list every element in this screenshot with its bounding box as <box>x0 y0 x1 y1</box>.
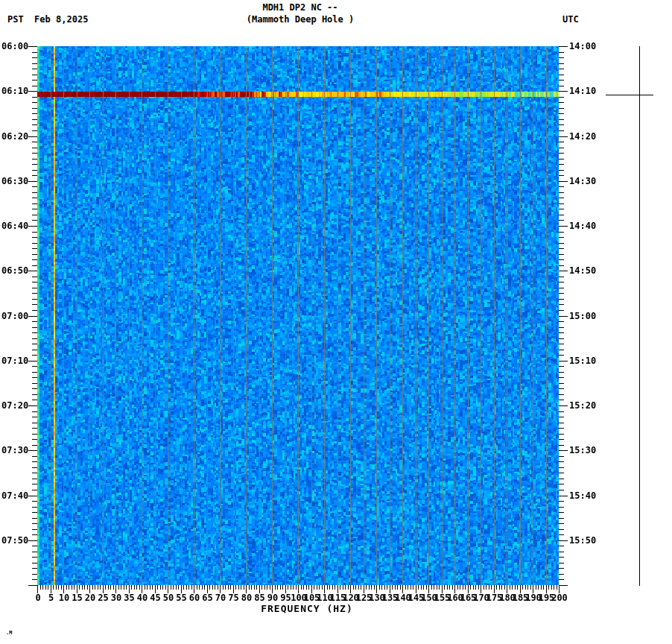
spectrogram-canvas <box>37 46 559 585</box>
right-time-minor-tick <box>559 142 564 142</box>
freq-minor-tick <box>496 585 497 590</box>
right-time-label: 15:40 <box>569 491 596 500</box>
left-time-major-tick <box>28 271 37 271</box>
left-time-minor-tick <box>32 243 37 244</box>
right-time-minor-tick <box>559 332 564 333</box>
right-time-minor-tick <box>559 490 564 490</box>
freq-label: 90 <box>258 593 288 602</box>
freq-minor-tick <box>251 585 252 590</box>
right-time-minor-tick <box>559 383 564 384</box>
freq-major-tick <box>129 585 130 593</box>
freq-minor-tick <box>491 585 492 590</box>
right-time-minor-tick <box>559 507 564 508</box>
left-time-minor-tick <box>32 523 37 524</box>
freq-minor-tick <box>486 585 486 590</box>
freq-minor-tick <box>353 585 354 590</box>
right-time-minor-tick <box>559 108 564 109</box>
left-time-minor-tick <box>32 124 37 125</box>
freq-minor-tick <box>444 585 445 590</box>
freq-minor-tick <box>150 585 150 590</box>
freq-minor-tick <box>95 585 95 590</box>
right-time-minor-tick <box>559 456 564 457</box>
left-time-minor-tick <box>32 484 37 484</box>
freq-minor-tick <box>527 585 528 590</box>
freq-minor-tick <box>84 585 85 590</box>
seismogram-trace <box>639 46 640 586</box>
left-time-minor-tick <box>32 568 37 569</box>
right-time-minor-tick <box>559 428 564 429</box>
right-time-minor-tick <box>559 461 564 462</box>
freq-major-tick <box>402 585 403 593</box>
freq-minor-tick <box>340 585 340 590</box>
right-time-minor-tick <box>559 102 564 103</box>
freq-minor-tick <box>92 585 93 590</box>
right-time-label: 15:50 <box>569 536 596 545</box>
freq-minor-tick <box>465 585 466 590</box>
freq-minor-tick <box>100 585 101 590</box>
freq-minor-tick <box>437 585 437 590</box>
right-time-minor-tick <box>559 220 564 221</box>
freq-minor-tick <box>319 585 320 590</box>
corner-mark: .M <box>6 630 12 636</box>
freq-major-tick <box>468 585 469 593</box>
left-time-minor-tick <box>32 153 37 154</box>
right-time-label: 14:30 <box>569 177 596 186</box>
freq-label: 15 <box>63 593 92 602</box>
left-time-label: 07:20 <box>1 401 27 410</box>
freq-major-tick <box>533 585 533 593</box>
freq-minor-tick <box>306 585 307 590</box>
right-time-minor-tick <box>559 546 564 546</box>
freq-minor-tick <box>457 585 458 590</box>
left-time-minor-tick <box>32 518 37 519</box>
freq-minor-tick <box>254 585 255 590</box>
freq-major-tick <box>520 585 521 593</box>
right-time-minor-tick <box>559 512 564 513</box>
right-time-minor-tick <box>559 523 564 524</box>
freq-label: 45 <box>141 593 171 602</box>
right-time-minor-tick <box>559 243 564 244</box>
right-time-minor-tick <box>559 445 564 446</box>
left-time-minor-tick <box>32 552 37 552</box>
freq-minor-tick <box>439 585 440 590</box>
freq-minor-tick <box>225 585 226 590</box>
freq-minor-tick <box>48 585 48 590</box>
right-time-minor-tick <box>559 557 564 558</box>
freq-minor-tick <box>199 585 200 590</box>
right-time-minor-tick <box>559 350 564 350</box>
freq-minor-tick <box>447 585 448 590</box>
left-time-minor-tick <box>32 102 37 103</box>
freq-major-tick <box>390 585 390 593</box>
freq-label: 60 <box>180 593 209 602</box>
freq-minor-tick <box>379 585 380 590</box>
right-time-minor-tick <box>559 265 564 266</box>
left-time-major-tick <box>28 496 37 496</box>
freq-major-tick <box>181 585 182 593</box>
freq-label: 100 <box>284 593 314 602</box>
freq-minor-tick <box>275 585 276 590</box>
left-time-minor-tick <box>32 148 37 148</box>
freq-minor-tick <box>82 585 83 590</box>
freq-minor-tick <box>460 585 460 590</box>
right-time-minor-tick <box>559 366 564 367</box>
freq-minor-tick <box>61 585 62 590</box>
station-title: MDH1 DP2 NC -- <box>37 2 563 13</box>
left-time-major-tick <box>28 46 37 47</box>
freq-minor-tick <box>536 585 536 590</box>
freq-minor-tick <box>165 585 166 590</box>
left-time-minor-tick <box>32 350 37 350</box>
utc-label: UTC <box>562 14 579 25</box>
right-time-minor-tick <box>559 473 564 473</box>
freq-minor-tick <box>431 585 432 590</box>
left-time-minor-tick <box>32 265 37 266</box>
freq-major-tick <box>220 585 221 593</box>
left-time-minor-tick <box>32 417 37 417</box>
freq-label: 25 <box>89 593 118 602</box>
freq-minor-tick <box>270 585 270 590</box>
right-time-minor-tick <box>559 237 564 238</box>
freq-minor-tick <box>499 585 500 590</box>
freq-minor-tick <box>374 585 375 590</box>
freq-minor-tick <box>392 585 393 590</box>
freq-minor-tick <box>235 585 236 590</box>
left-time-label: 07:40 <box>1 491 27 500</box>
right-time-major-tick <box>559 271 568 271</box>
